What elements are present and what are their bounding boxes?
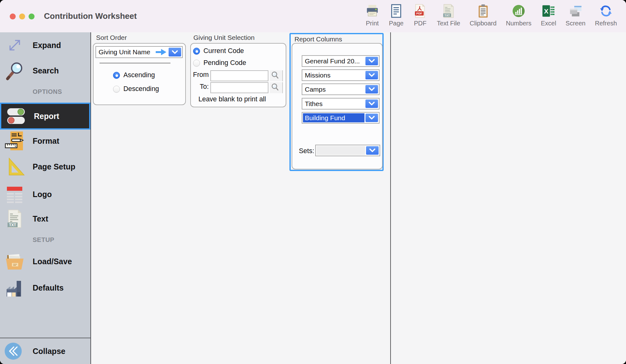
toolbar-button-refresh[interactable]: Refresh bbox=[590, 4, 622, 27]
sidebar-section-options: OPTIONS bbox=[33, 88, 62, 95]
sidebar-item-logo[interactable]: Logo bbox=[0, 184, 90, 205]
page-icon bbox=[389, 4, 403, 18]
to-label: To: bbox=[200, 83, 209, 90]
toolbar-button-screen[interactable]: Screen bbox=[561, 4, 590, 27]
group-title: Report Columns bbox=[294, 35, 382, 43]
dropdown-value: Camps bbox=[302, 84, 364, 94]
sets-label: Sets: bbox=[299, 147, 314, 155]
clipboard-icon bbox=[476, 4, 490, 18]
report-column-dropdown-5[interactable]: Building Fund bbox=[302, 112, 380, 124]
toolbar-button-page[interactable]: Page bbox=[384, 4, 408, 27]
radio-unchecked bbox=[193, 60, 200, 67]
dropdown-value: General Fund 20... bbox=[302, 56, 364, 66]
sidebar-item-format[interactable]: Format bbox=[0, 130, 90, 152]
toolbar-button-print[interactable]: Print bbox=[360, 4, 384, 27]
to-input[interactable] bbox=[210, 82, 268, 93]
group-title: Giving Unit Selection bbox=[193, 34, 286, 41]
report-column-dropdown-1[interactable]: General Fund 20... bbox=[302, 55, 380, 67]
dropdown-chevron-button[interactable] bbox=[365, 85, 378, 94]
report-columns-group: Report Columns General Fund 20... Missio… bbox=[289, 33, 384, 171]
print-all-hint: Leave blank to print all bbox=[198, 95, 266, 103]
triangle-ruler-icon bbox=[4, 156, 25, 177]
content-area: Sort Order Giving Unit Name bbox=[91, 32, 626, 364]
txt-document-icon: TXT bbox=[4, 208, 25, 229]
dropdown-chevron-button[interactable] bbox=[365, 114, 378, 122]
printer-icon bbox=[365, 4, 380, 18]
toolbar-label: Print bbox=[366, 20, 379, 27]
sort-field-value: Giving Unit Name bbox=[96, 47, 155, 57]
toolbar-label: Text File bbox=[437, 20, 460, 27]
sidebar-item-page-setup[interactable]: Page Setup bbox=[0, 156, 90, 177]
divider-line bbox=[100, 63, 170, 63]
dropdown-chevron-button[interactable] bbox=[365, 99, 378, 108]
radio-label: Pending Code bbox=[203, 59, 246, 67]
window-controls bbox=[10, 13, 35, 19]
sidebar-item-collapse[interactable]: Collapse bbox=[0, 339, 90, 363]
toolbar-button-text-file[interactable]: TXT Text File bbox=[432, 4, 465, 27]
blue-arrow-icon bbox=[155, 47, 167, 57]
preview-divider bbox=[390, 32, 391, 364]
dropdown-chevron-button[interactable] bbox=[366, 146, 379, 155]
toolbar-button-excel[interactable]: X Excel bbox=[536, 4, 561, 27]
sidebar-item-label: Defaults bbox=[33, 283, 64, 292]
radio-checked bbox=[113, 72, 120, 79]
toolbar-button-clipboard[interactable]: Clipboard bbox=[465, 4, 501, 27]
sets-dropdown[interactable] bbox=[315, 145, 380, 156]
sidebar-item-label: Load/Save bbox=[33, 257, 72, 266]
magnifier-icon bbox=[270, 71, 280, 81]
text-file-icon: TXT bbox=[441, 4, 456, 18]
refresh-icon bbox=[599, 4, 613, 18]
report-column-dropdown-3[interactable]: Camps bbox=[302, 83, 380, 95]
pending-code-radio[interactable]: Pending Code bbox=[193, 59, 246, 67]
dropdown-chevron-button[interactable] bbox=[169, 48, 181, 56]
sidebar-item-label: Expand bbox=[33, 41, 61, 50]
report-column-dropdown-4[interactable]: Tithes bbox=[302, 98, 380, 110]
sidebar-item-load-save[interactable]: Load/Save bbox=[0, 251, 90, 272]
toolbar-label: Excel bbox=[541, 20, 556, 27]
pdf-icon: PDF bbox=[413, 4, 427, 18]
sidebar-item-search[interactable]: Search bbox=[0, 60, 90, 81]
zoom-window-button[interactable] bbox=[29, 13, 35, 19]
ascending-radio[interactable]: Ascending bbox=[113, 71, 155, 79]
toolbar-button-pdf[interactable]: PDF PDF bbox=[408, 4, 432, 27]
from-search-button[interactable] bbox=[270, 70, 283, 81]
sidebar-item-defaults[interactable]: Defaults bbox=[0, 277, 90, 298]
sidebar-item-report[interactable]: Report bbox=[0, 103, 90, 130]
sort-order-panel: Giving Unit Name Ascending bbox=[93, 43, 186, 105]
sidebar-item-text[interactable]: TXT Text bbox=[0, 208, 90, 229]
toolbar-label: Refresh bbox=[595, 20, 617, 27]
sidebar-divider bbox=[0, 338, 90, 338]
sort-field-dropdown[interactable]: Giving Unit Name bbox=[95, 46, 183, 58]
excel-icon: X bbox=[541, 4, 556, 18]
giving-unit-selection-group: Giving Unit Selection Current Code Pendi… bbox=[190, 34, 286, 107]
descending-radio[interactable]: Descending bbox=[113, 85, 159, 93]
sidebar-item-label: Format bbox=[33, 136, 59, 146]
close-window-button[interactable] bbox=[10, 13, 16, 19]
radio-checked bbox=[193, 48, 200, 55]
dropdown-chevron-button[interactable] bbox=[365, 57, 378, 65]
current-code-radio[interactable]: Current Code bbox=[193, 47, 244, 55]
dropdown-value-selected: Building Fund bbox=[303, 113, 364, 122]
minimize-window-button[interactable] bbox=[19, 13, 25, 19]
toolbar-label: Page bbox=[389, 20, 404, 27]
sidebar-item-label: Report bbox=[34, 112, 59, 121]
dropdown-chevron-button[interactable] bbox=[365, 71, 378, 79]
sidebar-item-label: Logo bbox=[33, 190, 52, 199]
factory-icon bbox=[4, 277, 25, 298]
sidebar-item-expand[interactable]: Expand bbox=[0, 35, 90, 56]
screen-icon bbox=[568, 4, 583, 18]
to-search-button[interactable] bbox=[270, 82, 283, 93]
window-title: Contribution Worksheet bbox=[44, 0, 137, 32]
dropdown-value: Tithes bbox=[302, 99, 364, 109]
sidebar-item-label: Search bbox=[33, 66, 59, 75]
toolbar-button-numbers[interactable]: Numbers bbox=[501, 4, 536, 27]
title-bar: Contribution Worksheet Print Page PDF PD… bbox=[0, 0, 626, 32]
group-title: Sort Order bbox=[96, 34, 186, 41]
app-window: Contribution Worksheet Print Page PDF PD… bbox=[0, 0, 626, 364]
dropdown-value: Missions bbox=[302, 70, 364, 80]
numbers-icon bbox=[511, 4, 526, 18]
toolbar-label: PDF bbox=[414, 20, 426, 27]
from-input[interactable] bbox=[210, 70, 268, 81]
radio-label: Descending bbox=[123, 85, 159, 93]
report-column-dropdown-2[interactable]: Missions bbox=[302, 69, 380, 81]
